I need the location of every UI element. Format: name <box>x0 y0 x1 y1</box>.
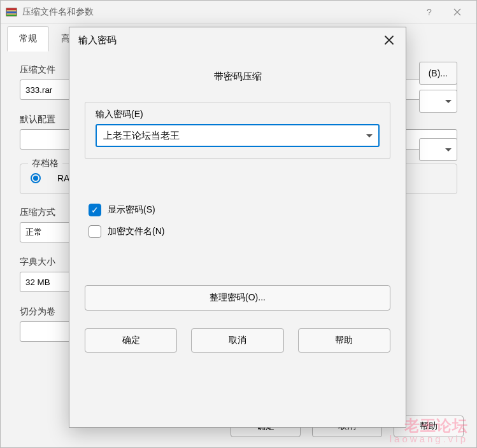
password-label: 输入密码(E) <box>96 109 143 120</box>
show-password-checkbox[interactable]: ✓ 显示密码(S) <box>89 204 387 216</box>
archive-dropdown[interactable] <box>419 90 457 113</box>
svg-rect-2 <box>6 11 17 13</box>
close-icon <box>384 35 394 45</box>
archive-format-label: 存档格 <box>28 158 62 169</box>
tab-general[interactable]: 常规 <box>7 26 49 52</box>
checkbox-checked-icon: ✓ <box>89 204 101 216</box>
format-rar-label: RA <box>57 173 69 183</box>
password-input[interactable] <box>96 124 380 147</box>
password-dialog: 输入密码 带密码压缩 输入密码(E) ✓ 显示密码(S) <box>69 27 406 428</box>
chevron-down-icon <box>445 100 452 103</box>
encrypt-filenames-label: 加密文件名(N) <box>108 226 164 237</box>
show-password-label: 显示密码(S) <box>108 204 155 216</box>
help-button[interactable]: ? <box>415 2 443 22</box>
modal-help-button[interactable]: 帮助 <box>298 328 390 353</box>
modal-title: 输入密码 <box>78 34 381 46</box>
modal-body: 带密码压缩 输入密码(E) ✓ 显示密码(S) 加密文件名(N) <box>69 53 406 365</box>
modal-subtitle: 带密码压缩 <box>85 71 390 83</box>
password-fieldset: 输入密码(E) <box>85 102 390 159</box>
modal-cancel-button[interactable]: 取消 <box>191 328 283 353</box>
modal-close-button[interactable] <box>381 32 397 48</box>
profile-dropdown[interactable] <box>419 138 457 161</box>
chevron-down-icon <box>445 148 452 151</box>
svg-rect-1 <box>6 8 17 10</box>
organize-passwords-button[interactable]: 整理密码(O)... <box>85 285 390 311</box>
chevron-down-icon <box>366 134 373 137</box>
close-button[interactable] <box>443 2 471 22</box>
modal-ok-button[interactable]: 确定 <box>85 328 177 353</box>
checkbox-unchecked-icon <box>89 225 101 238</box>
modal-titlebar: 输入密码 <box>69 27 406 53</box>
modal-button-row: 确定 取消 帮助 <box>85 328 390 353</box>
svg-rect-3 <box>6 15 17 16</box>
browse-button[interactable]: (B)... <box>419 62 457 85</box>
password-history-dropdown[interactable] <box>360 125 378 146</box>
main-window-title: 压缩文件名和参数 <box>22 6 415 18</box>
main-titlebar: 压缩文件名和参数 ? <box>1 1 476 24</box>
app-icon <box>6 6 17 18</box>
format-rar-radio[interactable] <box>31 173 41 183</box>
checkbox-group: ✓ 显示密码(S) 加密文件名(N) <box>85 178 390 260</box>
encrypt-filenames-checkbox[interactable]: 加密文件名(N) <box>89 225 387 238</box>
